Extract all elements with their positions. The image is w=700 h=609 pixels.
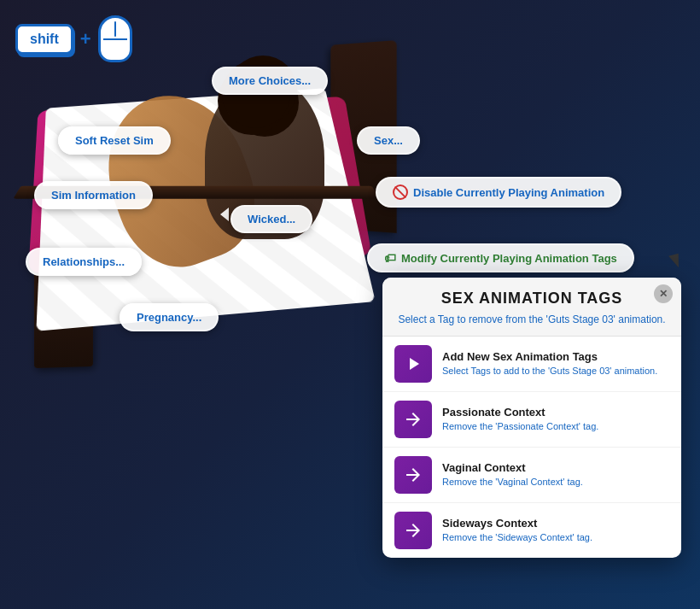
add-tags-icon (394, 345, 432, 383)
close-button[interactable]: ✕ (654, 284, 673, 303)
arrow-right-icon-4 (403, 520, 423, 541)
arrow-right-icon-2 (403, 409, 423, 430)
passionate-title: Passionate Context (442, 406, 669, 419)
panel-subtitle: Select a Tag to remove from the 'Guts St… (396, 313, 668, 327)
modify-tags-button[interactable]: 🏷 Modify Currently Playing Animation Tag… (367, 243, 634, 272)
arrow-right-icon-3 (403, 465, 423, 485)
animation-tags-panel: Sex Animation Tags Select a Tag to remov… (382, 278, 681, 558)
vaginal-desc: Remove the 'Vaginal Context' tag. (442, 476, 669, 488)
sideways-icon (394, 512, 432, 549)
panel-body: Add New Sex Animation Tags Select Tags t… (382, 337, 681, 558)
shortcut-hint: shift + (15, 15, 132, 62)
vaginal-icon (394, 456, 432, 494)
disable-animation-button[interactable]: Disable Currently Playing Animation (376, 177, 621, 208)
sideways-desc: Remove the 'Sideways Context' tag. (442, 531, 669, 543)
arrow-right-icon (403, 354, 423, 374)
vaginal-title: Vaginal Context (442, 461, 669, 474)
more-choices-button[interactable]: More Choices... (212, 67, 328, 95)
add-tags-desc: Select Tags to add to the 'Guts Stage 03… (442, 365, 669, 377)
panel-title: Sex Animation Tags (396, 290, 668, 307)
add-tags-text: Add New Sex Animation Tags Select Tags t… (442, 350, 669, 377)
list-item[interactable]: Passionate Context Remove the 'Passionat… (382, 392, 681, 448)
passionate-desc: Remove the 'Passionate Context' tag. (442, 420, 669, 432)
disable-icon (393, 184, 408, 200)
vaginal-text: Vaginal Context Remove the 'Vaginal Cont… (442, 461, 669, 488)
tag-icon: 🏷 (384, 251, 396, 265)
wicked-arrow (220, 208, 229, 221)
list-item[interactable]: Vaginal Context Remove the 'Vaginal Cont… (382, 448, 681, 503)
list-item[interactable]: Sideways Context Remove the 'Sideways Co… (382, 503, 681, 558)
disable-animation-label: Disable Currently Playing Animation (413, 186, 604, 199)
shift-key: shift (15, 24, 73, 55)
panel-header: Sex Animation Tags Select a Tag to remov… (382, 278, 681, 337)
modify-tags-label: Modify Currently Playing Animation Tags (401, 252, 617, 265)
relationships-button[interactable]: Relationships... (26, 248, 142, 276)
mouse-icon (98, 15, 132, 62)
plus-sign: + (80, 28, 91, 50)
pregnancy-button[interactable]: Pregnancy... (120, 303, 219, 331)
sex-button[interactable]: Sex... (357, 126, 420, 155)
sideways-text: Sideways Context Remove the 'Sideways Co… (442, 517, 669, 543)
passionate-text: Passionate Context Remove the 'Passionat… (442, 406, 669, 432)
soft-reset-button[interactable]: Soft Reset Sim (58, 126, 171, 155)
list-item[interactable]: Add New Sex Animation Tags Select Tags t… (382, 337, 681, 392)
sim-information-button[interactable]: Sim Information (34, 181, 153, 209)
wicked-button[interactable]: Wicked... (230, 205, 312, 233)
passionate-icon (394, 401, 432, 438)
add-tags-title: Add New Sex Animation Tags (442, 350, 669, 363)
sideways-title: Sideways Context (442, 517, 669, 530)
